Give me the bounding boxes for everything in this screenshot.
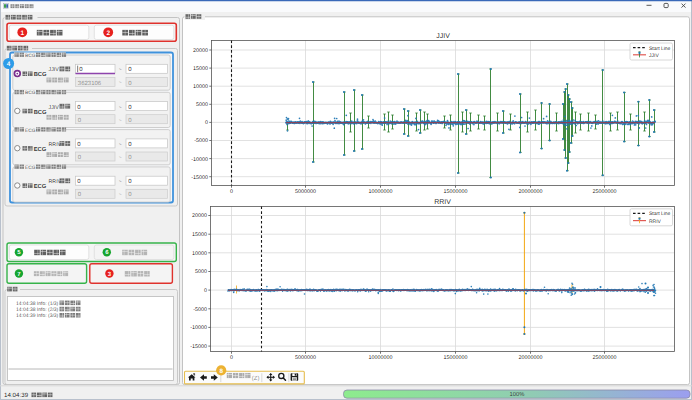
- svg-text:~: ~: [118, 118, 122, 124]
- svg-text:0: 0: [205, 120, 208, 126]
- svg-text:~: ~: [118, 155, 122, 161]
- svg-text:5000000: 5000000: [295, 189, 316, 195]
- svg-text:20000000: 20000000: [519, 189, 543, 195]
- svg-text:ECG: ECG: [25, 128, 36, 134]
- svg-text:5000: 5000: [196, 102, 208, 108]
- svg-text:15000000: 15000000: [444, 189, 468, 195]
- svg-text:Start Line: Start Line: [649, 211, 671, 217]
- svg-text:ECG: ECG: [25, 165, 36, 171]
- svg-text:BCG: BCG: [25, 90, 36, 96]
- svg-text:25000000: 25000000: [593, 355, 617, 361]
- svg-text:0: 0: [230, 189, 233, 195]
- svg-text:5000000: 5000000: [295, 355, 316, 361]
- svg-text:2: 2: [106, 30, 110, 37]
- svg-text:14:04:38 Info: (2/3): 14:04:38 Info: (2/3): [16, 307, 59, 313]
- svg-text:100%: 100%: [510, 391, 525, 398]
- svg-text:JJIV: JJIV: [436, 33, 450, 40]
- svg-text:20000: 20000: [193, 48, 208, 54]
- svg-text:-5000: -5000: [194, 138, 208, 144]
- svg-text:14:04:39: 14:04:39: [4, 392, 29, 399]
- svg-text:25000000: 25000000: [593, 189, 617, 195]
- svg-text:-15000: -15000: [190, 344, 207, 350]
- svg-text:Start Line: Start Line: [649, 46, 671, 52]
- svg-text:BCG: BCG: [34, 71, 47, 78]
- svg-text:JJIV: JJIV: [49, 67, 60, 73]
- svg-text:15000000: 15000000: [444, 355, 468, 361]
- svg-text:10000: 10000: [192, 251, 207, 257]
- svg-text:-5000: -5000: [193, 307, 207, 313]
- svg-text:-10000: -10000: [191, 157, 208, 163]
- svg-text:~: ~: [118, 179, 122, 185]
- svg-text:3623106: 3623106: [78, 80, 102, 87]
- svg-text:1: 1: [20, 30, 24, 37]
- svg-text:20000000: 20000000: [519, 355, 543, 361]
- svg-text:BCG: BCG: [25, 53, 36, 59]
- svg-text:10000: 10000: [193, 84, 208, 90]
- svg-text:~: ~: [118, 142, 122, 148]
- svg-text:~: ~: [118, 80, 122, 86]
- svg-text:~: ~: [118, 67, 122, 73]
- svg-text:BCG: BCG: [34, 109, 47, 116]
- svg-text:14:04:38 Info: (1/3): 14:04:38 Info: (1/3): [16, 301, 59, 307]
- svg-text:ECG: ECG: [34, 183, 47, 190]
- svg-text:5000: 5000: [195, 269, 207, 275]
- svg-text:15000: 15000: [192, 232, 207, 238]
- svg-text:RRIV: RRIV: [434, 199, 451, 206]
- svg-text:14:04:39 Info: (3/3): 14:04:39 Info: (3/3): [16, 313, 59, 319]
- svg-text:JJIV: JJIV: [49, 105, 60, 111]
- svg-text:ECG: ECG: [34, 146, 47, 153]
- svg-text:~: ~: [118, 105, 122, 111]
- svg-text:0: 0: [230, 355, 233, 361]
- svg-text:10000000: 10000000: [369, 355, 393, 361]
- svg-text:4: 4: [7, 61, 11, 68]
- svg-text:-15000: -15000: [191, 175, 208, 181]
- svg-text:-10000: -10000: [190, 325, 207, 331]
- svg-text:8: 8: [219, 368, 223, 375]
- svg-text:0: 0: [204, 288, 207, 294]
- svg-text:10000000: 10000000: [369, 189, 393, 195]
- svg-text:15000: 15000: [193, 66, 208, 72]
- svg-text:20000: 20000: [192, 213, 207, 219]
- svg-text:RRIV: RRIV: [649, 219, 662, 225]
- svg-text:~: ~: [118, 192, 122, 198]
- svg-text:JJIV: JJIV: [649, 53, 659, 59]
- svg-text:(Z): (Z): [252, 375, 260, 382]
